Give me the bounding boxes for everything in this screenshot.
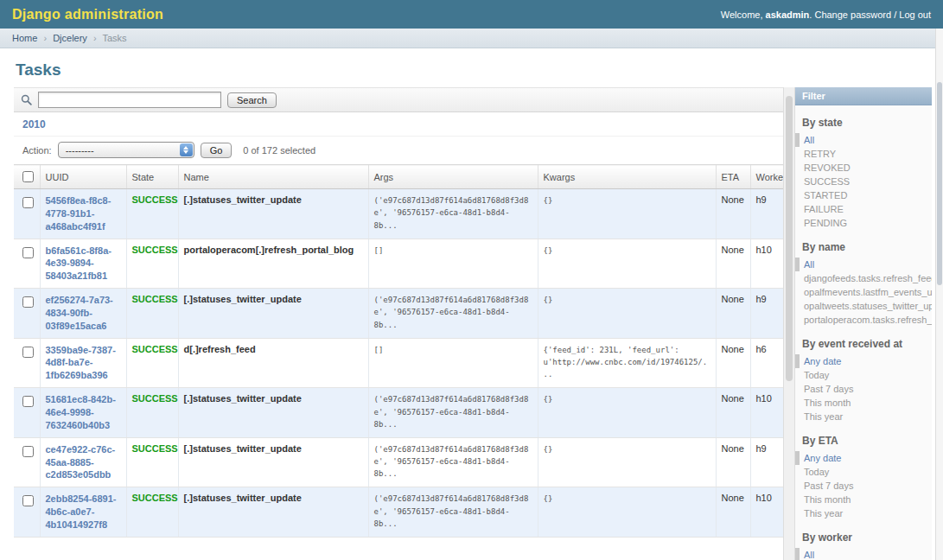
uuid-link[interactable]: ce47e922-c76c-45aa-8885-c2d853e05dbb — [46, 443, 117, 482]
table-scrollbar-thumb[interactable] — [786, 96, 793, 381]
task-eta: None — [716, 437, 750, 487]
filter-option[interactable]: REVOKED — [795, 161, 932, 175]
breadcrumb-home[interactable]: Home — [12, 33, 37, 43]
task-kwargs: {} — [538, 289, 716, 339]
uuid-link[interactable]: 5456f8ea-f8c8-4778-91b1-a468abc4f91f — [46, 194, 117, 233]
page-scrollbar-thumb[interactable] — [937, 82, 942, 285]
column-header-name[interactable]: Name — [178, 165, 368, 189]
select-all-checkbox[interactable] — [22, 171, 34, 182]
filter-option[interactable]: All — [795, 133, 932, 147]
changelist-main: Search 2010 Action: --------- Go 0 of 17… — [14, 87, 783, 560]
filter-option[interactable]: djangofeeds.tasks.refresh_feed — [795, 271, 932, 285]
uuid-link[interactable]: 51681ec8-842b-46e4-9998-7632460b40b3 — [46, 393, 117, 432]
filter-option[interactable]: All — [795, 548, 932, 560]
filter-section-title: By name — [802, 241, 925, 253]
column-header-state[interactable]: State — [126, 165, 178, 189]
filter-section-title: By worker — [802, 531, 925, 544]
action-go-button[interactable]: Go — [201, 143, 233, 158]
column-header-args[interactable]: Args — [368, 165, 538, 189]
column-header-worker[interactable]: Worker — [750, 165, 783, 189]
row-checkbox-cell — [14, 487, 40, 538]
filter-options: Alldjangofeeds.tasks.refresh_feedopalfme… — [795, 258, 932, 327]
search-input[interactable] — [38, 92, 221, 108]
state-label: SUCCESS — [132, 344, 178, 354]
row-checkbox[interactable] — [22, 446, 34, 457]
action-label: Action: — [22, 145, 52, 156]
state-label: SUCCESS — [132, 194, 178, 205]
filter-option[interactable]: Past 7 days — [795, 479, 932, 493]
row-checkbox[interactable] — [22, 197, 34, 208]
task-name: [.]statuses_twitter_update — [178, 289, 368, 339]
filter-option[interactable]: All — [795, 258, 932, 271]
task-eta: None — [716, 239, 750, 289]
action-select[interactable]: --------- — [58, 142, 194, 158]
row-checkbox[interactable] — [22, 247, 34, 258]
row-checkbox[interactable] — [22, 396, 34, 407]
filter-option[interactable]: Any date — [795, 451, 932, 465]
change-password-link[interactable]: Change password — [814, 10, 891, 20]
breadcrumb: Home › Djcelery › Tasks — [0, 29, 943, 48]
task-worker: h9 — [750, 437, 783, 487]
task-args: ('e97c687d13d87f614a6d81768d8f3d8e', '96… — [368, 437, 538, 487]
uuid-link[interactable]: 3359ba9e-7387-4d8f-ba7e-1fb6269ba396 — [46, 344, 117, 383]
breadcrumb-djcelery[interactable]: Djcelery — [53, 33, 87, 43]
state-label: SUCCESS — [132, 443, 178, 454]
filter-option[interactable]: This year — [795, 506, 932, 520]
row-checkbox[interactable] — [22, 495, 34, 506]
filter-option[interactable]: This year — [795, 410, 932, 423]
task-worker: h10 — [750, 388, 783, 438]
filter-option[interactable]: Past 7 days — [795, 382, 932, 396]
uuid-link[interactable]: ef256274-7a73-4834-90fb-03f89e15aca6 — [46, 294, 117, 333]
filter-options: AllRETRYREVOKEDSUCCESSSTARTEDFAILUREPEND… — [795, 133, 932, 230]
date-hierarchy: 2010 — [14, 112, 783, 137]
filter-option[interactable]: SUCCESS — [795, 175, 932, 188]
table-row: 51681ec8-842b-46e4-9998-7632460b40b3SUCC… — [14, 388, 783, 438]
filter-options: Any dateTodayPast 7 daysThis monthThis y… — [795, 354, 932, 423]
task-eta: None — [716, 189, 750, 239]
filter-option[interactable]: RETRY — [795, 147, 932, 161]
table-row: ef256274-7a73-4834-90fb-03f89e15aca6SUCC… — [14, 289, 783, 339]
filter-option[interactable]: STARTED — [795, 188, 932, 202]
date-hierarchy-year-link[interactable]: 2010 — [22, 118, 46, 130]
filter-option[interactable]: Today — [795, 368, 932, 382]
uuid-link[interactable]: 2ebb8254-6891-4b6c-a0e7-4b10414927f8 — [46, 493, 117, 531]
task-eta: None — [716, 487, 750, 538]
filter-option[interactable]: opalfmevents.lastfm_events_update — [795, 285, 932, 299]
task-name: [.]statuses_twitter_update — [178, 487, 368, 538]
uuid-link[interactable]: b6fa561c-8f8a-4e39-9894-58403a21fb81 — [46, 245, 117, 283]
row-checkbox[interactable] — [22, 347, 34, 358]
search-button[interactable]: Search — [227, 92, 277, 108]
task-worker: h10 — [750, 239, 783, 289]
filter-option[interactable]: portaloperacom.tasks.refresh_portal — [795, 313, 932, 327]
task-name: [.]statuses_twitter_update — [178, 189, 368, 239]
column-header-uuid[interactable]: UUID — [40, 165, 126, 189]
uuid-cell: ef256274-7a73-4834-90fb-03f89e15aca6 — [40, 289, 126, 339]
filter-option[interactable]: Any date — [795, 354, 932, 368]
task-table: UUIDStateNameArgsKwargsETAWorker 5456f8e… — [14, 164, 783, 538]
task-worker: h10 — [750, 487, 783, 538]
filter-option[interactable]: opaltweets.statuses_twitter_update — [795, 299, 932, 313]
page-title: Tasks — [16, 60, 943, 80]
table-row: 3359ba9e-7387-4d8f-ba7e-1fb6269ba396SUCC… — [14, 338, 783, 388]
row-checkbox[interactable] — [22, 296, 34, 308]
filter-sections: By stateAllRETRYREVOKEDSUCCESSSTARTEDFAI… — [795, 117, 932, 560]
column-header-kwargs[interactable]: Kwargs — [538, 165, 716, 189]
filter-option[interactable]: PENDING — [795, 216, 932, 230]
task-name: portaloperacom[.]refresh_portal_blog — [178, 239, 368, 289]
select-arrows-icon — [180, 143, 193, 156]
actions-bar: Action: --------- Go 0 of 172 selected — [14, 137, 783, 164]
filter-option[interactable]: This month — [795, 396, 932, 410]
task-args: ('e97c687d13d87f614a6d81768d8f3d8e', '96… — [368, 388, 538, 438]
filter-option[interactable]: FAILURE — [795, 202, 932, 216]
task-kwargs: {} — [538, 189, 716, 239]
logout-link[interactable]: Log out — [899, 10, 931, 20]
task-kwargs: {} — [538, 239, 716, 289]
filter-option[interactable]: Today — [795, 465, 932, 479]
filter-option[interactable]: This month — [795, 493, 932, 506]
table-scrollbar[interactable] — [783, 87, 795, 560]
task-name: [.]statuses_twitter_update — [178, 388, 368, 438]
page-scrollbar[interactable] — [935, 29, 943, 560]
state-label: SUCCESS — [132, 493, 178, 503]
select-all-cell — [14, 165, 40, 189]
column-header-eta[interactable]: ETA — [716, 165, 750, 189]
